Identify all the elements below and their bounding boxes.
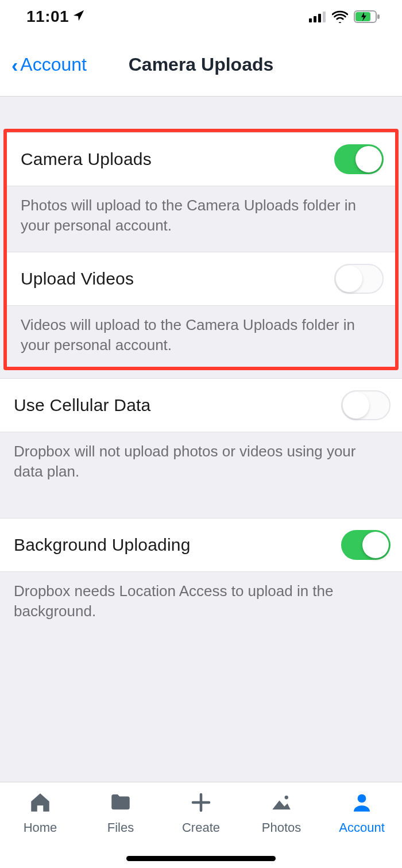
cellular-signal-icon — [309, 11, 326, 22]
back-label: Account — [20, 54, 87, 75]
tab-create[interactable]: Create — [161, 790, 241, 835]
highlight-annotation: Camera Uploads Photos will upload to the… — [3, 129, 399, 370]
setting-desc: Photos will upload to the Camera Uploads… — [7, 186, 395, 252]
tab-label: Home — [24, 820, 57, 835]
setting-cellular-data[interactable]: Use Cellular Data — [0, 378, 402, 432]
location-arrow-icon — [72, 7, 85, 26]
folder-icon — [109, 790, 133, 817]
nav-header: ‹ Account Camera Uploads — [0, 33, 402, 97]
tab-home[interactable]: Home — [0, 790, 80, 835]
svg-point-7 — [285, 796, 288, 799]
tab-photos[interactable]: Photos — [241, 790, 322, 835]
svg-rect-0 — [309, 18, 312, 22]
setting-desc: Dropbox needs Location Access to upload … — [0, 572, 402, 637]
tab-files[interactable]: Files — [80, 790, 161, 835]
setting-label: Use Cellular Data — [14, 395, 151, 415]
toggle-camera-uploads[interactable] — [334, 144, 384, 174]
home-icon — [28, 790, 52, 817]
setting-desc: Videos will upload to the Camera Uploads… — [7, 306, 395, 367]
account-icon — [350, 790, 374, 817]
svg-rect-2 — [318, 14, 321, 22]
tab-label: Files — [107, 820, 134, 835]
setting-background-uploading[interactable]: Background Uploading — [0, 518, 402, 572]
svg-rect-3 — [323, 11, 326, 22]
toggle-cellular-data[interactable] — [341, 390, 391, 420]
toggle-upload-videos[interactable] — [334, 264, 384, 294]
setting-desc: Dropbox will not upload photos or videos… — [0, 432, 402, 498]
svg-rect-1 — [314, 16, 316, 22]
setting-label: Upload Videos — [21, 269, 134, 289]
setting-upload-videos[interactable]: Upload Videos — [7, 252, 395, 306]
setting-label: Camera Uploads — [21, 149, 152, 169]
chevron-left-icon: ‹ — [11, 55, 18, 75]
settings-list: Camera Uploads Photos will upload to the… — [0, 97, 402, 782]
page-title: Camera Uploads — [129, 54, 274, 75]
tab-label: Photos — [262, 820, 302, 835]
setting-camera-uploads[interactable]: Camera Uploads — [7, 132, 395, 186]
home-indicator[interactable] — [126, 856, 276, 861]
tab-account[interactable]: Account — [322, 790, 402, 835]
back-button[interactable]: ‹ Account — [11, 54, 87, 75]
tab-label: Account — [339, 820, 385, 835]
wifi-icon — [332, 10, 348, 23]
status-bar: 11:01 — [0, 0, 402, 33]
plus-icon — [189, 790, 213, 817]
photos-icon — [269, 790, 293, 817]
toggle-background-uploading[interactable] — [341, 530, 391, 560]
battery-charging-icon — [354, 10, 380, 23]
status-time: 11:01 — [26, 7, 69, 26]
svg-point-8 — [358, 794, 366, 803]
tab-label: Create — [182, 820, 220, 835]
tab-bar: Home Files Create Photos Account — [0, 782, 402, 868]
svg-rect-6 — [377, 14, 380, 19]
setting-label: Background Uploading — [14, 535, 191, 555]
